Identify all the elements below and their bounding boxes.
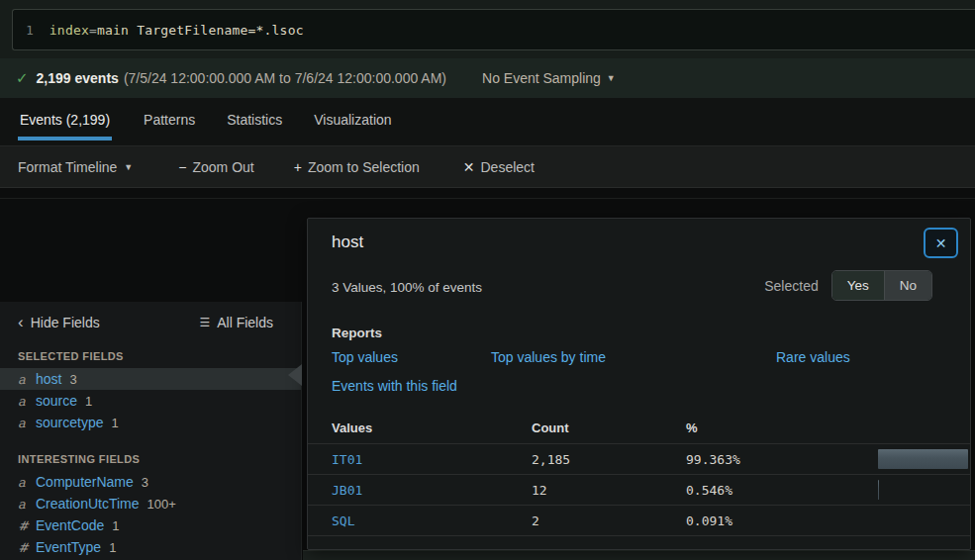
selected-yes-button[interactable]: Yes xyxy=(832,271,885,300)
all-fields-button[interactable]: ☰ All Fields xyxy=(199,315,273,330)
field-count: 1 xyxy=(112,518,119,533)
percent-bar-cell xyxy=(878,449,969,469)
value-link[interactable]: SQL xyxy=(332,513,532,528)
format-timeline-dropdown[interactable]: Format Timeline ▼ xyxy=(18,159,133,175)
popup-pointer-arrow xyxy=(288,364,302,386)
table-row: JB01 12 0.546% xyxy=(308,474,970,505)
main-area: ‹ Hide Fields ☰ All Fields SELECTED FIEL… xyxy=(0,188,975,560)
count-cell: 12 xyxy=(532,483,686,498)
percent-cell: 99.363% xyxy=(686,452,878,467)
percent-bar-cell xyxy=(878,511,969,530)
count-cell: 2,185 xyxy=(532,452,686,467)
tab-patterns[interactable]: Patterns xyxy=(144,112,195,137)
event-sampling-dropdown[interactable]: No Event Sampling ▼ xyxy=(482,70,616,86)
hide-fields-label: Hide Fields xyxy=(31,315,100,330)
close-button[interactable]: ✕ xyxy=(924,228,958,258)
timeline-toolbar: Format Timeline ▼ − Zoom Out + Zoom to S… xyxy=(0,145,975,188)
background-strip xyxy=(303,550,975,560)
string-field-icon: a xyxy=(18,394,28,409)
x-icon: ✕ xyxy=(463,159,475,175)
query-token-keyword: index xyxy=(49,23,89,38)
field-name: ComputerName xyxy=(36,474,134,490)
value-link[interactable]: JB01 xyxy=(332,483,532,498)
line-number: 1 xyxy=(13,23,49,38)
interesting-fields-header: INTERESTING FIELDS xyxy=(18,453,301,465)
zoom-out-label: Zoom Out xyxy=(192,159,253,175)
sidebar-field-host[interactable]: a host 3 xyxy=(0,368,301,390)
all-fields-label: All Fields xyxy=(217,315,273,330)
top-values-by-time-link[interactable]: Top values by time xyxy=(491,349,776,365)
close-icon: ✕ xyxy=(935,235,947,251)
count-cell: 2 xyxy=(532,513,686,528)
selected-toggle-group: Selected Yes No xyxy=(764,270,932,301)
table-row: SQL 2 0.091% xyxy=(308,505,970,535)
percent-bar xyxy=(878,480,879,500)
sidebar-field-eventcode[interactable]: # EventCode 1 xyxy=(0,514,301,536)
deselect-label: Deselect xyxy=(480,159,534,175)
tab-visualization[interactable]: Visualization xyxy=(314,112,391,137)
report-links: Top values Top values by time Rare value… xyxy=(332,349,850,365)
field-name: sourcetype xyxy=(36,415,103,430)
event-count: 2,199 events xyxy=(37,70,119,86)
divider xyxy=(0,198,975,199)
sidebar-field-computername[interactable]: a ComputerName 3 xyxy=(0,471,301,493)
time-range: (7/5/24 12:00:00.000 AM to 7/6/24 12:00:… xyxy=(124,70,446,86)
values-table: Values Count % IT01 2,185 99.363% JB01 1… xyxy=(308,413,970,535)
selected-no-button[interactable]: No xyxy=(885,271,931,300)
events-with-field-link[interactable]: Events with this field xyxy=(332,378,457,394)
sidebar-header: ‹ Hide Fields ☰ All Fields xyxy=(0,302,301,330)
values-column-header: Values xyxy=(332,420,532,435)
plus-icon: + xyxy=(294,159,302,175)
fields-sidebar: ‹ Hide Fields ☰ All Fields SELECTED FIEL… xyxy=(0,302,302,560)
percent-column-header: % xyxy=(686,420,878,435)
deselect-button[interactable]: ✕ Deselect xyxy=(463,159,535,175)
field-count: 1 xyxy=(109,540,116,555)
field-name: host xyxy=(36,371,61,387)
reports-header: Reports xyxy=(332,326,382,340)
sidebar-field-eventtype[interactable]: # EventType 1 xyxy=(0,536,301,558)
chevron-down-icon: ▼ xyxy=(124,162,133,172)
percent-cell: 0.546% xyxy=(686,483,878,498)
selected-fields-header: SELECTED FIELDS xyxy=(18,350,301,362)
percent-cell: 0.091% xyxy=(686,513,878,528)
sidebar-field-source[interactable]: a source 1 xyxy=(0,390,301,412)
field-count: 1 xyxy=(85,394,92,409)
field-count: 3 xyxy=(69,372,76,387)
host-field-popup: host ✕ 3 Values, 100% of events Selected… xyxy=(307,218,971,550)
search-input[interactable]: 1 index=main TargetFilename=*.lsoc xyxy=(12,9,975,50)
selected-label: Selected xyxy=(764,278,818,294)
search-query: index=main TargetFilename=*.lsoc xyxy=(49,23,304,38)
list-icon: ☰ xyxy=(199,316,210,329)
zoom-to-selection-label: Zoom to Selection xyxy=(308,159,420,175)
percent-bar-cell xyxy=(878,480,969,500)
number-field-icon: # xyxy=(18,518,28,533)
search-section: 1 index=main TargetFilename=*.lsoc xyxy=(0,0,975,58)
zoom-out-button[interactable]: − Zoom Out xyxy=(178,159,253,175)
minus-icon: − xyxy=(178,159,186,175)
tab-statistics[interactable]: Statistics xyxy=(227,112,282,137)
popup-title: host xyxy=(332,233,363,252)
format-timeline-label: Format Timeline xyxy=(18,159,117,175)
string-field-icon: a xyxy=(18,475,28,490)
field-count: 100+ xyxy=(147,497,176,512)
status-bar: ✓ 2,199 events (7/5/24 12:00:00.000 AM t… xyxy=(0,58,975,98)
popup-summary: 3 Values, 100% of events xyxy=(332,280,482,295)
chevron-left-icon: ‹ xyxy=(18,317,24,328)
table-header-row: Values Count % xyxy=(308,413,970,443)
tab-events[interactable]: Events (2,199) xyxy=(18,112,112,140)
event-sampling-label: No Event Sampling xyxy=(482,70,601,86)
string-field-icon: a xyxy=(18,416,28,430)
field-name: CreationUtcTime xyxy=(36,496,140,512)
sidebar-field-creationutctime[interactable]: a CreationUtcTime 100+ xyxy=(0,493,301,514)
sidebar-field-sourcetype[interactable]: a sourcetype 1 xyxy=(0,412,301,433)
yes-no-toggle: Yes No xyxy=(831,270,932,301)
rare-values-link[interactable]: Rare values xyxy=(776,349,850,365)
field-name: EventCode xyxy=(36,517,104,533)
string-field-icon: a xyxy=(18,372,28,387)
hide-fields-button[interactable]: ‹ Hide Fields xyxy=(18,315,100,330)
zoom-to-selection-button[interactable]: + Zoom to Selection xyxy=(294,159,420,175)
top-values-link[interactable]: Top values xyxy=(332,349,491,365)
check-icon: ✓ xyxy=(16,69,29,87)
value-link[interactable]: IT01 xyxy=(332,452,532,467)
field-count: 3 xyxy=(142,475,148,490)
